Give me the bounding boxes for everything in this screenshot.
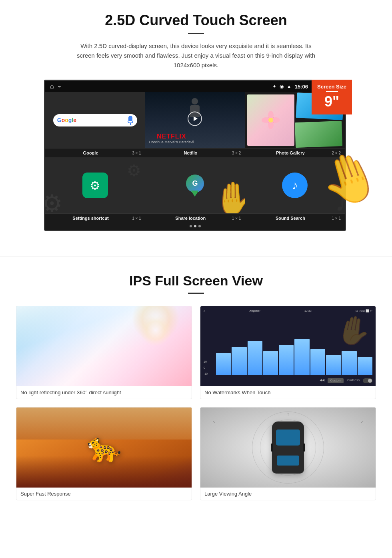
badge-underline <box>326 91 338 92</box>
amp-loudness-toggle[interactable] <box>363 378 372 383</box>
gallery-label-row: Photo Gallery 2 × 2 <box>245 148 345 157</box>
settings-size: 1 × 1 <box>132 216 141 221</box>
feature-amplifier: ⌂ Amplifier 17:33 ⊡ ◁) ⊠ ⬜ ↩ 100-10 <box>200 306 376 399</box>
share-location-cell[interactable]: G 🤚 Share location 1 × 1 <box>145 157 245 223</box>
car-body <box>272 422 304 474</box>
eq-bar-9 <box>342 351 356 375</box>
section-divider <box>0 257 392 257</box>
screen-size-badge: Screen Size 9" <box>312 80 352 114</box>
dot-2 <box>194 225 196 227</box>
eq-bar-5 <box>279 345 294 375</box>
wifi-icon: ▲ <box>287 84 292 89</box>
google-cell[interactable]: Google Google 3 × 1 <box>45 92 145 157</box>
maps-pointer <box>191 191 199 197</box>
flower-icon <box>261 110 281 130</box>
play-triangle-icon <box>194 116 198 121</box>
ips-title-underline <box>188 293 204 294</box>
amp-header: ⌂ Amplifier 17:33 ⊡ ◁) ⊠ ⬜ ↩ <box>204 309 372 313</box>
amplifier-caption: No Watermarks When Touch <box>200 386 376 399</box>
google-label: Google <box>49 151 132 155</box>
share-size: 1 × 1 <box>232 216 241 221</box>
feature-cheetah: 🐆 Super Fast Response <box>16 407 192 500</box>
cheetah-emoji: 🐆 <box>87 431 122 464</box>
cheetah-image: 🐆 <box>16 407 192 488</box>
netflix-size: 3 × 2 <box>232 151 241 155</box>
google-label-row: Google 3 × 1 <box>45 148 145 157</box>
eq-bar-1 <box>216 353 231 375</box>
google-logo: Google <box>57 117 76 123</box>
maps-teardrop: G <box>186 175 204 197</box>
amp-custom-label: ◀◀ <box>320 378 324 383</box>
angle-arrow-tr: ↗ <box>360 420 364 424</box>
section-curved-screen: 2.5D Curved Touch Screen With 2.5D curve… <box>0 0 392 241</box>
dots-indicator <box>45 223 345 230</box>
feature-sunlight: No light reflecting under 360° direct su… <box>16 306 192 399</box>
gallery-size: 2 × 2 <box>332 151 341 155</box>
amp-icons: ⊡ ◁) ⊠ ⬜ ↩ <box>356 309 372 313</box>
amplifier-image: ⌂ Amplifier 17:33 ⊡ ◁) ⊠ ⬜ ↩ 100-10 <box>200 306 376 386</box>
car-left-mirror <box>271 444 273 452</box>
google-search-bar[interactable]: Google <box>53 114 137 126</box>
netflix-label: Netflix <box>149 151 232 155</box>
gallery-label: Photo Gallery <box>249 151 332 155</box>
netflix-subtitle: Continue Marvel's Daredevil <box>149 140 194 144</box>
eq-bar-2 <box>232 347 246 375</box>
eq-bar-7 <box>310 349 325 375</box>
sunlight-image <box>16 306 192 386</box>
badge-size: 9" <box>317 94 346 109</box>
play-button[interactable] <box>188 111 202 126</box>
angle-arrow-tl: ↖ <box>212 420 216 424</box>
top-grid-row: Google Google 3 × 1 <box>45 92 345 157</box>
amp-custom-btn[interactable]: Custom <box>328 378 344 383</box>
location-icon: ◉ <box>280 84 284 89</box>
usb-icon: ⌁ <box>58 83 61 90</box>
feature-grid: No light reflecting under 360° direct su… <box>16 306 376 500</box>
title-underline <box>188 33 204 34</box>
eq-bar-6 <box>294 339 309 375</box>
sound-label-row: Sound Search 1 × 1 <box>245 213 345 223</box>
maps-circle: G <box>186 175 204 193</box>
netflix-cell[interactable]: NETFLIX Continue Marvel's Daredevil Netf… <box>145 92 245 157</box>
bottom-grid-row: ⚙ ⚙ ⚙ Settings shortcut 1 × 1 <box>45 157 345 223</box>
car-caption: Large Viewing Angle <box>200 488 376 500</box>
car-image: ↑ ↗ ↖ <box>200 407 376 488</box>
android-screen: ⌂ ⌁ ✦ ◉ ▲ 15:06 ⊡ ◁) ⊠ ⬜ <box>44 80 346 231</box>
mic-stand <box>130 123 131 125</box>
home-icon[interactable]: ⌂ <box>50 83 54 90</box>
eq-bar-3 <box>248 341 262 375</box>
hand-icon: 🤚 <box>213 180 245 213</box>
netflix-logo: NETFLIX <box>149 133 194 140</box>
google-size: 3 × 1 <box>132 151 141 155</box>
settings-label-row: Settings shortcut 1 × 1 <box>45 213 145 223</box>
dot-1 <box>190 225 192 227</box>
angle-arrow-top: ↑ <box>287 411 289 417</box>
share-label-row: Share location 1 × 1 <box>145 213 245 223</box>
section1-title: 2.5D Curved Touch Screen <box>24 12 368 29</box>
section1-description: With 2.5D curved-display screen, this de… <box>76 41 316 70</box>
netflix-info: NETFLIX Continue Marvel's Daredevil <box>149 133 194 144</box>
eq-bar-8 <box>326 355 341 375</box>
sound-icon-circle: ♪ <box>282 173 308 198</box>
amp-footer: ◀◀ Custom loudness <box>204 378 372 383</box>
amp-title: Amplifier <box>250 309 260 313</box>
settings-icon-circle: ⚙ <box>82 173 108 198</box>
badge-title: Screen Size <box>317 84 346 90</box>
status-time: 15:06 <box>295 84 308 90</box>
gallery-main-photo <box>247 94 294 146</box>
sound-bg-icon: ♪ <box>335 185 345 213</box>
cheetah-bg: 🐆 <box>16 407 192 488</box>
car-rear-window <box>277 456 299 466</box>
sound-search-cell[interactable]: ♪ ♪ Sound Search 1 × 1 <box>245 157 345 223</box>
settings-bg-icon1: ⚙ <box>45 189 63 213</box>
settings-label: Settings shortcut <box>49 216 132 221</box>
eq-bars-container: 100-10 <box>204 314 372 377</box>
sound-label: Sound Search <box>249 216 332 221</box>
dot-3 <box>198 225 201 227</box>
section-ips: IPS Full Screen View No light reflecting… <box>0 273 392 516</box>
hand-watermark: ✋ <box>334 311 374 350</box>
car-bg: ↑ ↗ ↖ <box>200 407 376 488</box>
light-rays <box>16 306 192 386</box>
feature-car: ↑ ↗ ↖ Large Viewing Angle <box>200 407 376 500</box>
settings-cell[interactable]: ⚙ ⚙ ⚙ Settings shortcut 1 × 1 <box>45 157 145 223</box>
car-front-window <box>276 430 300 446</box>
